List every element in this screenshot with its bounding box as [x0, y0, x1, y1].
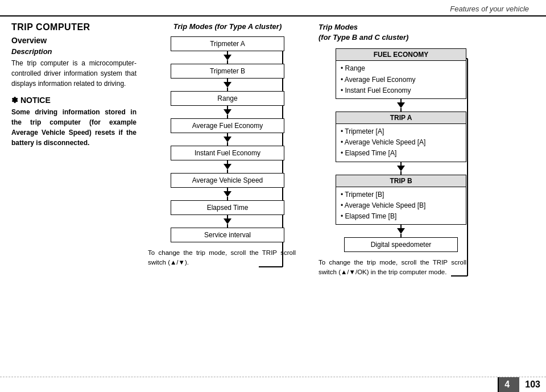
flow-arrow — [224, 164, 231, 170]
footer-left — [0, 377, 498, 392]
flow-arrow — [224, 137, 231, 142]
right-column: Trip Modes (for Type B and C cluster) FU… — [313, 22, 535, 364]
mid-bottom-note: To change the trip mode, scroll the TRIP… — [148, 248, 296, 268]
header-title: Features of your vehicle — [450, 5, 529, 13]
flow-arrow — [224, 191, 231, 197]
notice-box: ✽ NOTICE Some driving information stored… — [11, 96, 136, 148]
page-chapter: 4 — [499, 377, 519, 392]
flow-box-tripmeter-a: Tripmeter A — [171, 36, 284, 51]
flow-box-service: Service interval — [171, 228, 284, 242]
left-column: TRIP COMPUTER Overview Description The t… — [11, 22, 142, 364]
page-number-box: 4 103 — [499, 377, 546, 392]
flow-arrow — [224, 109, 231, 115]
flow-diagram-a: Tripmeter A Tripmeter B Range — [148, 36, 307, 242]
trip-a-content: • Tripmeter [A] • Average Vehicle Speed … — [336, 124, 466, 162]
bc-container: FUEL ECONOMY • Range • Average Fuel Econ… — [318, 48, 483, 252]
middle-column: Trip Modes (for Type A cluster) Tripmete… — [142, 22, 313, 364]
notice-title: ✽ NOTICE — [11, 96, 136, 105]
main-title: TRIP COMPUTER — [11, 22, 136, 32]
bc-box-fuel-economy: FUEL ECONOMY • Range • Average Fuel Econ… — [336, 48, 466, 99]
bc-arrow — [397, 166, 405, 171]
right-col-title: Trip Modes (for Type B and C cluster) — [318, 22, 535, 43]
flow-box-avg-fuel: Average Fuel Economy — [171, 118, 284, 133]
flow-box-tripmeter-b: Tripmeter B — [171, 64, 284, 79]
mid-col-title: Trip Modes (for Type A cluster) — [148, 22, 307, 31]
right-bottom-note: To change the trip mode, scroll the TRIP… — [318, 258, 466, 278]
notice-text: Some driving information stored in the t… — [11, 107, 136, 148]
flow-diagram-bc: FUEL ECONOMY • Range • Average Fuel Econ… — [318, 48, 483, 252]
description-text: The trip computer is a microcomputer-con… — [11, 58, 136, 89]
bc-arrow — [397, 228, 405, 234]
digital-speedometer-box: Digital speedometer — [344, 237, 458, 252]
flow-box-elapsed: Elapsed Time — [171, 200, 284, 215]
flow-box-avg-speed: Average Vehicle Speed — [171, 173, 284, 188]
fuel-economy-content: • Range • Average Fuel Economy • Instant… — [336, 61, 466, 98]
bc-box-trip-a: TRIP A • Tripmeter [A] • Average Vehicle… — [336, 112, 466, 162]
trip-b-header: TRIP B — [336, 175, 466, 187]
overview-title: Overview — [11, 36, 136, 45]
bc-arrow — [397, 102, 405, 108]
flow-arrow — [224, 82, 231, 88]
fuel-economy-header: FUEL ECONOMY — [336, 49, 466, 61]
flow-box-range: Range — [171, 91, 284, 106]
trip-a-header: TRIP A — [336, 112, 466, 124]
flow-arrow — [224, 218, 231, 224]
bc-box-trip-b: TRIP B • Tripmeter [B] • Average Vehicle… — [336, 175, 466, 225]
flow-box-instant-fuel: Instant Fuel Economy — [171, 146, 284, 160]
main-content: TRIP COMPUTER Overview Description The t… — [0, 16, 546, 370]
page-footer: 4 103 — [0, 377, 546, 392]
footer-right: 4 103 — [498, 377, 546, 392]
description-subtitle: Description — [11, 47, 136, 56]
flow-container: Tripmeter A Tripmeter B Range — [148, 36, 307, 242]
flow-arrow — [224, 55, 231, 60]
trip-b-content: • Tripmeter [B] • Average Vehicle Speed … — [336, 187, 466, 225]
page-number: 103 — [519, 377, 546, 392]
page-header: Features of your vehicle — [0, 0, 546, 16]
